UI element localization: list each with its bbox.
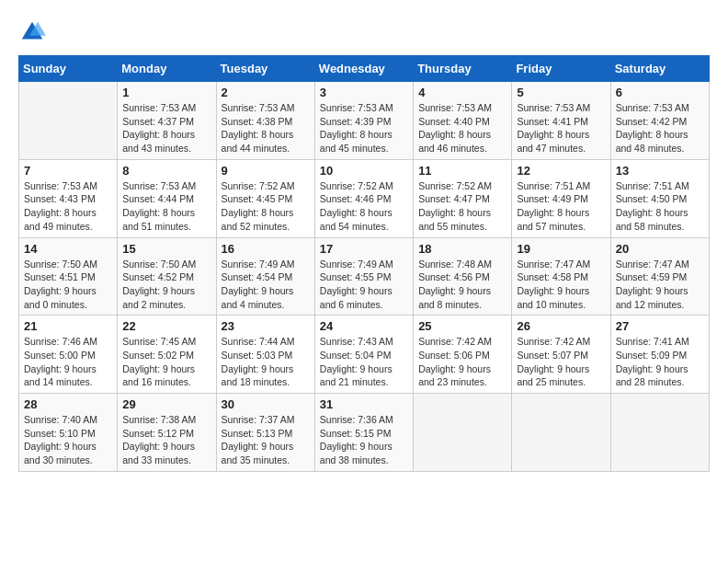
calendar-cell: 25Sunrise: 7:42 AMSunset: 5:06 PMDayligh… bbox=[414, 316, 512, 394]
calendar-cell: 28Sunrise: 7:40 AMSunset: 5:10 PMDayligh… bbox=[19, 394, 118, 472]
day-detail: Sunrise: 7:38 AMSunset: 5:12 PMDaylight:… bbox=[122, 413, 210, 467]
day-number: 30 bbox=[222, 397, 310, 411]
day-number: 5 bbox=[517, 86, 605, 99]
calendar-cell: 26Sunrise: 7:42 AMSunset: 5:07 PMDayligh… bbox=[512, 316, 610, 394]
day-detail: Sunrise: 7:41 AMSunset: 5:09 PMDaylight:… bbox=[616, 335, 704, 389]
calendar-cell: 19Sunrise: 7:47 AMSunset: 4:58 PMDayligh… bbox=[512, 237, 610, 316]
day-detail: Sunrise: 7:42 AMSunset: 5:07 PMDaylight:… bbox=[517, 335, 605, 389]
day-detail: Sunrise: 7:44 AMSunset: 5:03 PMDaylight:… bbox=[222, 335, 310, 389]
day-detail: Sunrise: 7:51 AMSunset: 4:49 PMDaylight:… bbox=[517, 179, 605, 234]
day-detail: Sunrise: 7:53 AMSunset: 4:41 PMDaylight:… bbox=[517, 101, 605, 155]
calendar-cell: 30Sunrise: 7:37 AMSunset: 5:13 PMDayligh… bbox=[216, 394, 314, 472]
day-detail: Sunrise: 7:42 AMSunset: 5:06 PMDaylight:… bbox=[418, 335, 506, 389]
day-number: 6 bbox=[616, 86, 704, 99]
day-number: 8 bbox=[122, 164, 210, 178]
day-number: 27 bbox=[616, 319, 704, 333]
day-detail: Sunrise: 7:53 AMSunset: 4:43 PMDaylight:… bbox=[24, 179, 112, 234]
day-number: 18 bbox=[418, 242, 506, 256]
day-number: 29 bbox=[122, 397, 210, 411]
day-detail: Sunrise: 7:51 AMSunset: 4:50 PMDaylight:… bbox=[616, 179, 704, 234]
day-number: 17 bbox=[320, 242, 408, 256]
calendar-cell: 27Sunrise: 7:41 AMSunset: 5:09 PMDayligh… bbox=[610, 316, 709, 394]
calendar-cell: 31Sunrise: 7:36 AMSunset: 5:15 PMDayligh… bbox=[314, 394, 413, 472]
day-detail: Sunrise: 7:52 AMSunset: 4:46 PMDaylight:… bbox=[320, 179, 408, 234]
calendar-cell: 16Sunrise: 7:49 AMSunset: 4:54 PMDayligh… bbox=[216, 237, 314, 316]
day-detail: Sunrise: 7:53 AMSunset: 4:37 PMDaylight:… bbox=[122, 101, 210, 155]
day-number: 3 bbox=[320, 86, 408, 99]
calendar-cell: 14Sunrise: 7:50 AMSunset: 4:51 PMDayligh… bbox=[19, 237, 118, 316]
calendar-cell bbox=[610, 394, 709, 472]
calendar-cell: 11Sunrise: 7:52 AMSunset: 4:47 PMDayligh… bbox=[414, 159, 512, 237]
day-detail: Sunrise: 7:36 AMSunset: 5:15 PMDaylight:… bbox=[320, 413, 408, 467]
logo bbox=[18, 18, 50, 46]
calendar-week-row: 28Sunrise: 7:40 AMSunset: 5:10 PMDayligh… bbox=[19, 394, 710, 472]
weekday-header-tuesday: Tuesday bbox=[216, 56, 314, 82]
day-detail: Sunrise: 7:53 AMSunset: 4:39 PMDaylight:… bbox=[320, 101, 408, 155]
calendar-cell bbox=[19, 82, 118, 160]
weekday-header-sunday: Sunday bbox=[19, 56, 118, 82]
day-number: 10 bbox=[320, 164, 408, 178]
day-detail: Sunrise: 7:53 AMSunset: 4:44 PMDaylight:… bbox=[122, 179, 210, 234]
day-number: 15 bbox=[122, 242, 210, 256]
calendar-cell: 10Sunrise: 7:52 AMSunset: 4:46 PMDayligh… bbox=[314, 159, 413, 237]
day-detail: Sunrise: 7:52 AMSunset: 4:47 PMDaylight:… bbox=[418, 179, 506, 234]
day-detail: Sunrise: 7:48 AMSunset: 4:56 PMDaylight:… bbox=[418, 258, 506, 312]
day-detail: Sunrise: 7:45 AMSunset: 5:02 PMDaylight:… bbox=[122, 335, 210, 389]
day-number: 26 bbox=[517, 319, 605, 333]
calendar-cell: 21Sunrise: 7:46 AMSunset: 5:00 PMDayligh… bbox=[19, 316, 118, 394]
day-detail: Sunrise: 7:47 AMSunset: 4:59 PMDaylight:… bbox=[616, 258, 704, 312]
header bbox=[18, 18, 710, 46]
calendar-cell: 15Sunrise: 7:50 AMSunset: 4:52 PMDayligh… bbox=[118, 237, 216, 316]
day-number: 4 bbox=[418, 86, 506, 99]
day-number: 13 bbox=[616, 164, 704, 178]
calendar-cell: 2Sunrise: 7:53 AMSunset: 4:38 PMDaylight… bbox=[216, 82, 314, 160]
calendar-week-row: 7Sunrise: 7:53 AMSunset: 4:43 PMDaylight… bbox=[19, 159, 710, 237]
weekday-header-monday: Monday bbox=[118, 56, 216, 82]
day-number: 14 bbox=[24, 242, 112, 256]
calendar-cell: 9Sunrise: 7:52 AMSunset: 4:45 PMDaylight… bbox=[216, 159, 314, 237]
day-number: 21 bbox=[24, 319, 112, 333]
calendar-week-row: 21Sunrise: 7:46 AMSunset: 5:00 PMDayligh… bbox=[19, 316, 710, 394]
weekday-header-row: SundayMondayTuesdayWednesdayThursdayFrid… bbox=[19, 56, 710, 82]
day-number: 16 bbox=[222, 242, 310, 256]
weekday-header-thursday: Thursday bbox=[414, 56, 512, 82]
calendar-cell bbox=[512, 394, 610, 472]
day-detail: Sunrise: 7:47 AMSunset: 4:58 PMDaylight:… bbox=[517, 258, 605, 312]
calendar-week-row: 1Sunrise: 7:53 AMSunset: 4:37 PMDaylight… bbox=[19, 82, 710, 160]
day-number: 1 bbox=[122, 86, 210, 99]
day-number: 22 bbox=[122, 319, 210, 333]
day-number: 2 bbox=[222, 86, 310, 99]
day-number: 11 bbox=[418, 164, 506, 178]
day-detail: Sunrise: 7:53 AMSunset: 4:38 PMDaylight:… bbox=[222, 101, 310, 155]
day-number: 24 bbox=[320, 319, 408, 333]
day-number: 7 bbox=[24, 164, 112, 178]
calendar-cell: 22Sunrise: 7:45 AMSunset: 5:02 PMDayligh… bbox=[118, 316, 216, 394]
day-number: 25 bbox=[418, 319, 506, 333]
calendar-cell: 5Sunrise: 7:53 AMSunset: 4:41 PMDaylight… bbox=[512, 82, 610, 160]
day-detail: Sunrise: 7:50 AMSunset: 4:52 PMDaylight:… bbox=[122, 258, 210, 312]
day-detail: Sunrise: 7:37 AMSunset: 5:13 PMDaylight:… bbox=[222, 413, 310, 467]
day-number: 12 bbox=[517, 164, 605, 178]
day-detail: Sunrise: 7:50 AMSunset: 4:51 PMDaylight:… bbox=[24, 258, 112, 312]
logo-icon bbox=[18, 18, 46, 46]
weekday-header-friday: Friday bbox=[512, 56, 610, 82]
day-number: 31 bbox=[320, 397, 408, 411]
day-number: 19 bbox=[517, 242, 605, 256]
calendar-cell: 20Sunrise: 7:47 AMSunset: 4:59 PMDayligh… bbox=[610, 237, 709, 316]
day-detail: Sunrise: 7:49 AMSunset: 4:55 PMDaylight:… bbox=[320, 258, 408, 312]
day-number: 20 bbox=[616, 242, 704, 256]
day-detail: Sunrise: 7:43 AMSunset: 5:04 PMDaylight:… bbox=[320, 335, 408, 389]
weekday-header-wednesday: Wednesday bbox=[314, 56, 413, 82]
calendar-cell: 13Sunrise: 7:51 AMSunset: 4:50 PMDayligh… bbox=[610, 159, 709, 237]
day-detail: Sunrise: 7:52 AMSunset: 4:45 PMDaylight:… bbox=[222, 179, 310, 234]
day-detail: Sunrise: 7:53 AMSunset: 4:42 PMDaylight:… bbox=[616, 101, 704, 155]
calendar-cell: 1Sunrise: 7:53 AMSunset: 4:37 PMDaylight… bbox=[118, 82, 216, 160]
calendar-cell: 29Sunrise: 7:38 AMSunset: 5:12 PMDayligh… bbox=[118, 394, 216, 472]
calendar-cell: 24Sunrise: 7:43 AMSunset: 5:04 PMDayligh… bbox=[314, 316, 413, 394]
calendar-week-row: 14Sunrise: 7:50 AMSunset: 4:51 PMDayligh… bbox=[19, 237, 710, 316]
calendar-cell: 18Sunrise: 7:48 AMSunset: 4:56 PMDayligh… bbox=[414, 237, 512, 316]
calendar-cell: 4Sunrise: 7:53 AMSunset: 4:40 PMDaylight… bbox=[414, 82, 512, 160]
day-number: 23 bbox=[222, 319, 310, 333]
calendar-cell: 17Sunrise: 7:49 AMSunset: 4:55 PMDayligh… bbox=[314, 237, 413, 316]
day-detail: Sunrise: 7:49 AMSunset: 4:54 PMDaylight:… bbox=[222, 258, 310, 312]
